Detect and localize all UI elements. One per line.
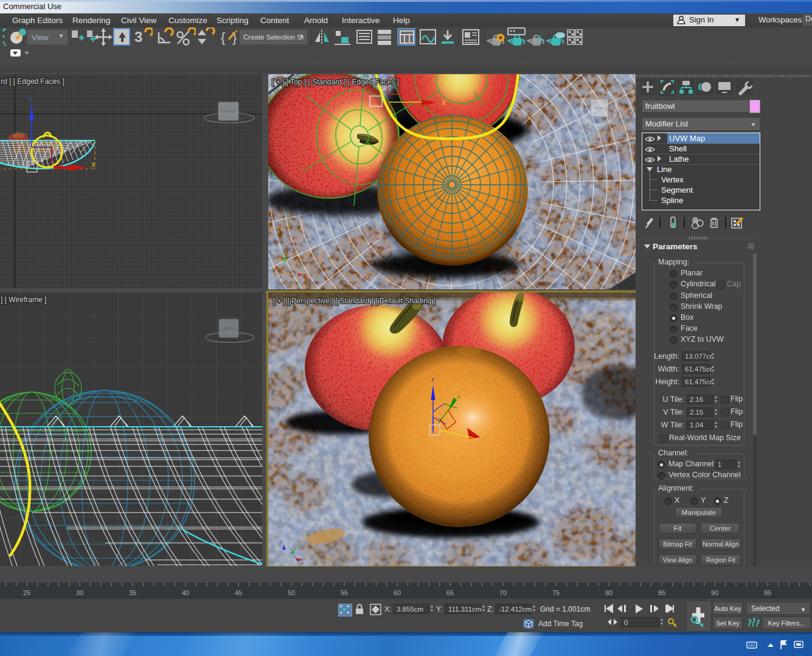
svg-text:LEFT: LEFT [223,326,234,331]
svg-text:30: 30 [76,589,83,596]
svg-text:80: 80 [605,589,612,596]
svg-text:FRONT: FRONT [221,109,236,114]
svg-text:95: 95 [764,589,771,596]
svg-text:85: 85 [658,589,665,596]
svg-text:[ + ] [ Top ] [ Standard ] [ E: [ + ] [ Top ] [ Standard ] [ Edged Faces… [272,78,399,86]
svg-text:35: 35 [129,589,136,596]
svg-text:50: 50 [288,589,295,596]
svg-text:Y: Y [282,250,285,257]
svg-text:X: X [304,272,307,278]
svg-text:90: 90 [711,589,718,596]
svg-text:TOP: TOP [595,106,604,111]
svg-text:rd ] [ Edged Faces ]: rd ] [ Edged Faces ] [1,77,64,86]
svg-text:z: z [279,274,282,280]
svg-text:z: z [29,96,32,102]
svg-text:45: 45 [235,589,242,596]
svg-text:25: 25 [23,589,30,596]
svg-text:X: X [442,99,446,106]
svg-text:S: S [597,126,601,132]
svg-text:3: 3 [134,29,142,45]
svg-text:{: { [221,30,225,45]
svg-text:40: 40 [182,589,189,596]
svg-text:] [ Wireframe ]: ] [ Wireframe ] [1,295,46,304]
svg-text:75: 75 [552,589,560,596]
svg-text:70: 70 [499,589,507,596]
svg-text:65: 65 [446,589,454,596]
svg-text:60: 60 [394,589,401,596]
svg-text:E: E [619,105,622,111]
svg-text:55: 55 [341,589,348,596]
svg-text:N: N [597,83,602,89]
svg-text:W: W [576,105,581,111]
svg-text:X: X [91,162,95,168]
